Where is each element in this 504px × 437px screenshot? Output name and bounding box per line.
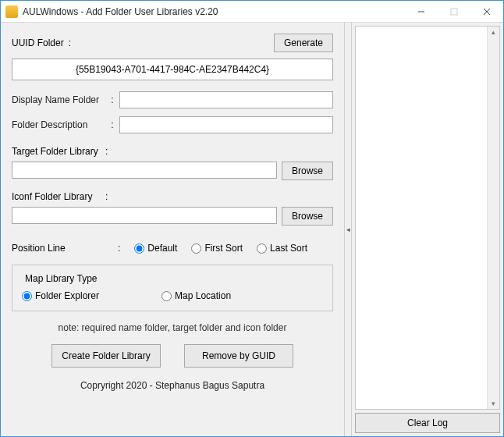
colon: : xyxy=(105,191,108,202)
target-browse-button[interactable]: Browse xyxy=(282,162,333,180)
description-input[interactable] xyxy=(119,116,333,133)
icon-lib-input[interactable] xyxy=(12,207,277,224)
position-default[interactable]: Default xyxy=(134,243,177,254)
uuid-value: {55B19043-A701-4417-984C-AE2347B442C4} xyxy=(76,64,269,75)
log-box: ▴ ▾ xyxy=(355,26,500,410)
map-location-radio[interactable] xyxy=(161,291,172,301)
main-panel: UUID Folder : Generate {55B19043-A701-44… xyxy=(1,23,344,436)
target-lib-label: Target Folder Library xyxy=(12,146,105,157)
close-button[interactable] xyxy=(470,1,503,23)
remove-button[interactable]: Remove by GUID xyxy=(184,344,293,368)
note-text: note: required name folder, target folde… xyxy=(12,322,333,333)
map-lib-fieldset: Map Library Type Folder Explorer Map Loc… xyxy=(12,265,333,311)
position-last[interactable]: Last Sort xyxy=(257,243,307,254)
icon-browse-button[interactable]: Browse xyxy=(282,207,333,226)
uuid-value-box: {55B19043-A701-4417-984C-AE2347B442C4} xyxy=(12,59,333,80)
colon: : xyxy=(105,146,108,157)
position-default-radio[interactable] xyxy=(134,243,144,254)
target-lib-input[interactable] xyxy=(12,162,277,179)
colon: : xyxy=(69,37,71,48)
map-location[interactable]: Map Location xyxy=(161,290,231,301)
title-bar: AULWindows - Add Folder User Libraries v… xyxy=(1,1,503,23)
position-last-radio[interactable] xyxy=(257,243,267,254)
icon-lib-label: Iconf Folder Library xyxy=(12,191,105,202)
map-folder-explorer-radio[interactable] xyxy=(22,291,32,301)
chevron-left-icon: ◂ xyxy=(346,226,350,233)
display-name-label: Display Name Folder xyxy=(12,94,105,105)
uuid-label: UUID Folder xyxy=(12,37,64,48)
create-button[interactable]: Create Folder Library xyxy=(51,344,161,368)
position-first-radio[interactable] xyxy=(191,243,201,254)
map-folder-explorer[interactable]: Folder Explorer xyxy=(22,290,99,301)
splitter[interactable]: ◂ xyxy=(344,23,352,436)
scroll-up-icon: ▴ xyxy=(492,28,495,36)
app-icon xyxy=(5,5,18,18)
display-name-input[interactable] xyxy=(119,91,333,108)
description-label: Folder Description xyxy=(12,119,105,130)
position-line-label: Position Line xyxy=(12,243,104,254)
svg-rect-1 xyxy=(451,9,457,15)
generate-button[interactable]: Generate xyxy=(274,34,333,52)
maximize-button xyxy=(438,1,470,23)
log-scrollbar[interactable]: ▴ ▾ xyxy=(487,27,499,409)
copyright-text: Copryright 2020 - Stephanus Bagus Saputr… xyxy=(12,380,333,391)
colon: : xyxy=(118,243,120,254)
window-title: AULWindows - Add Folder User Libraries v… xyxy=(23,6,405,17)
minimize-button[interactable] xyxy=(405,1,438,23)
scroll-down-icon: ▾ xyxy=(492,400,495,407)
map-lib-legend: Map Library Type xyxy=(22,273,101,284)
log-panel: ▴ ▾ Clear Log xyxy=(352,23,503,436)
colon: : xyxy=(105,94,119,105)
position-first[interactable]: First Sort xyxy=(191,243,243,254)
colon: : xyxy=(105,119,119,130)
clear-log-button[interactable]: Clear Log xyxy=(355,413,500,433)
